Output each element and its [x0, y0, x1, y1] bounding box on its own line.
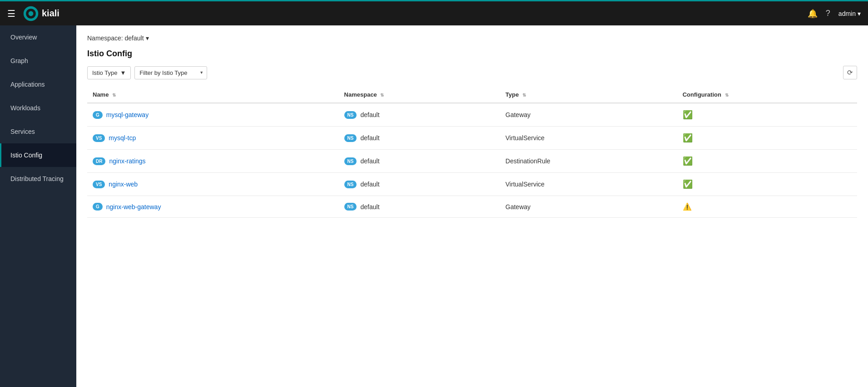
namespace-badge: NS: [344, 111, 357, 119]
type-badge: G: [93, 203, 103, 211]
namespace-cell: NS default: [339, 173, 500, 196]
svg-point-2: [29, 11, 34, 16]
main-content: Namespace: default ▾ Istio Config Istio …: [76, 25, 868, 387]
topnav: ☰ kiali 🔔 ? admin ▾: [0, 0, 868, 25]
configuration-cell: ✅: [677, 127, 857, 150]
type-badge: VS: [93, 181, 105, 188]
sidebar-item-applications-label: Applications: [10, 81, 45, 88]
namespace-badge: NS: [344, 203, 357, 211]
namespace-value: default: [360, 157, 379, 165]
sidebar-item-workloads-label: Workloads: [10, 104, 40, 112]
col-header-name[interactable]: Name ⇅: [87, 87, 339, 103]
kiali-logo-icon: [23, 5, 39, 22]
configuration-cell: ✅: [677, 150, 857, 173]
sidebar-item-istio-config[interactable]: Istio Config: [0, 143, 76, 167]
config-name-link[interactable]: mysql-tcp: [109, 134, 136, 142]
sidebar-item-distributed-tracing-label: Distributed Tracing: [10, 175, 64, 182]
type-cell: VirtualService: [500, 173, 677, 196]
help-button[interactable]: ?: [826, 9, 830, 18]
configuration-sort-icon: ⇅: [725, 93, 729, 98]
table-row: VS mysql-tcp NS default VirtualService✅: [87, 127, 857, 150]
name-cell: VS nginx-web: [87, 173, 339, 196]
configuration-cell: ✅: [677, 103, 857, 127]
name-cell: VS mysql-tcp: [87, 127, 339, 150]
namespace-cell: NS default: [339, 150, 500, 173]
sidebar-item-overview-label: Overview: [10, 34, 37, 41]
status-ok-icon: ✅: [683, 133, 693, 142]
istio-config-table: Name ⇅ Namespace ⇅ Type ⇅ Configuration …: [87, 87, 857, 218]
config-name-link[interactable]: nginx-web-gateway: [106, 203, 161, 211]
namespace-caret-icon: ▾: [146, 34, 149, 42]
table-header: Name ⇅ Namespace ⇅ Type ⇅ Configuration …: [87, 87, 857, 103]
name-cell: G nginx-web-gateway: [87, 196, 339, 218]
type-badge: VS: [93, 134, 105, 142]
status-warn-icon: ⚠️: [683, 203, 692, 211]
namespace-label: Namespace: default: [87, 34, 144, 42]
namespace-badge: NS: [344, 181, 357, 188]
page-title: Istio Config: [87, 49, 857, 59]
type-cell: VirtualService: [500, 127, 677, 150]
refresh-button[interactable]: ⟳: [843, 66, 857, 79]
namespace-cell: NS default: [339, 196, 500, 218]
type-cell: Gateway: [500, 103, 677, 127]
name-sort-icon: ⇅: [112, 93, 116, 98]
name-cell: DR nginx-ratings: [87, 150, 339, 173]
config-name-link[interactable]: mysql-gateway: [106, 111, 149, 118]
configuration-cell: ✅: [677, 173, 857, 196]
col-header-namespace[interactable]: Namespace ⇅: [339, 87, 500, 103]
sidebar-item-workloads[interactable]: Workloads: [0, 96, 76, 120]
admin-label-text: admin: [838, 10, 856, 17]
config-name-link[interactable]: nginx-ratings: [109, 157, 145, 165]
istio-type-filter-label: Istio Type: [92, 69, 117, 76]
hamburger-menu[interactable]: ☰: [7, 8, 15, 19]
sidebar-item-overview[interactable]: Overview: [0, 25, 76, 49]
filters-bar: Istio Type ▼ Filter by Istio Type ⟳: [87, 66, 857, 79]
namespace-value: default: [360, 203, 379, 211]
namespace-value: default: [360, 181, 379, 188]
logo-text: kiali: [42, 8, 60, 19]
sidebar-item-services[interactable]: Services: [0, 120, 76, 143]
topnav-right: 🔔 ? admin ▾: [808, 9, 861, 19]
namespace-value: default: [360, 134, 379, 142]
namespace-selector[interactable]: Namespace: default ▾: [87, 34, 857, 42]
col-header-type[interactable]: Type ⇅: [500, 87, 677, 103]
col-header-configuration[interactable]: Configuration ⇅: [677, 87, 857, 103]
sidebar-item-graph[interactable]: Graph: [0, 49, 76, 73]
namespace-value: default: [360, 111, 379, 118]
namespace-sort-icon: ⇅: [380, 93, 384, 98]
sidebar: Overview Graph Applications Workloads Se…: [0, 25, 76, 387]
table-body: G mysql-gateway NS default Gateway✅ VS m…: [87, 103, 857, 218]
namespace-badge: NS: [344, 157, 357, 165]
istio-type-filter[interactable]: Istio Type ▼: [87, 66, 131, 79]
status-ok-icon: ✅: [683, 180, 693, 189]
namespace-badge: NS: [344, 134, 357, 142]
name-cell: G mysql-gateway: [87, 103, 339, 127]
sidebar-item-graph-label: Graph: [10, 57, 28, 64]
table-row: G nginx-web-gateway NS default Gateway⚠️: [87, 196, 857, 218]
layout: Overview Graph Applications Workloads Se…: [0, 25, 868, 387]
sidebar-item-distributed-tracing[interactable]: Distributed Tracing: [0, 167, 76, 191]
status-ok-icon: ✅: [683, 157, 693, 166]
sidebar-item-istio-config-label: Istio Config: [10, 152, 42, 159]
namespace-cell: NS default: [339, 103, 500, 127]
type-cell: DestinationRule: [500, 150, 677, 173]
table-row: G mysql-gateway NS default Gateway✅: [87, 103, 857, 127]
notifications-button[interactable]: 🔔: [808, 9, 818, 19]
istio-type-filter-caret-icon: ▼: [120, 69, 126, 76]
logo: kiali: [23, 5, 60, 22]
sidebar-item-applications[interactable]: Applications: [0, 73, 76, 96]
type-sort-icon: ⇅: [522, 93, 526, 98]
namespace-cell: NS default: [339, 127, 500, 150]
sidebar-item-services-label: Services: [10, 128, 35, 135]
table-row: VS nginx-web NS default VirtualService✅: [87, 173, 857, 196]
status-ok-icon: ✅: [683, 110, 693, 119]
table-row: DR nginx-ratings NS default DestinationR…: [87, 150, 857, 173]
type-badge: G: [93, 111, 103, 119]
config-name-link[interactable]: nginx-web: [109, 181, 138, 188]
admin-caret-icon: ▾: [858, 10, 861, 17]
filter-by-type-wrapper[interactable]: Filter by Istio Type: [134, 66, 207, 79]
admin-menu[interactable]: admin ▾: [838, 10, 861, 17]
type-badge: DR: [93, 157, 105, 165]
type-cell: Gateway: [500, 196, 677, 218]
filter-by-type-select[interactable]: Filter by Istio Type: [134, 66, 207, 79]
